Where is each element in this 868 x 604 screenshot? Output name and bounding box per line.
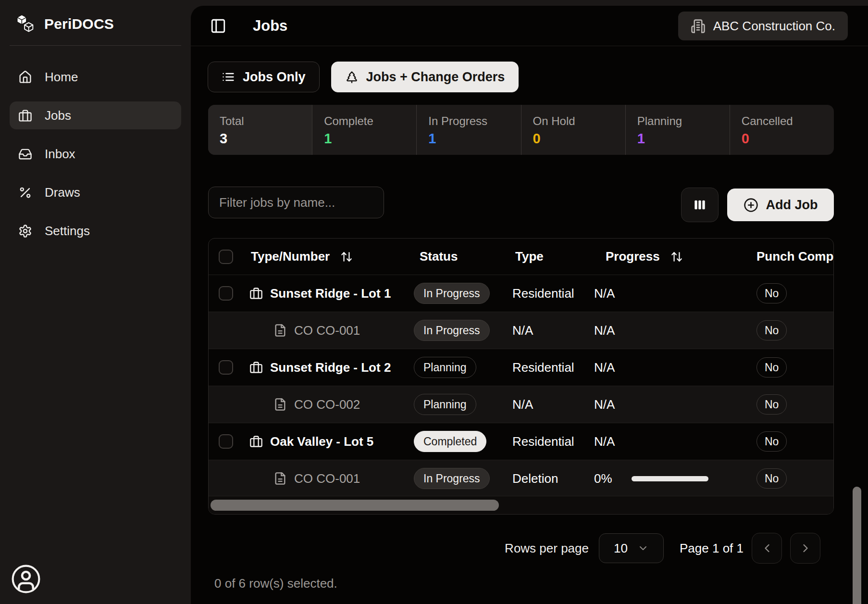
jobs-table: Type/Number Status Type Progress Punch C…	[208, 238, 834, 515]
stat-value: 0	[742, 131, 834, 147]
sidebar-item-inbox[interactable]: Inbox	[10, 140, 181, 168]
panel-left-icon	[210, 18, 226, 34]
add-job-button[interactable]: Add Job	[727, 189, 834, 221]
table-row-change-order-2[interactable]: CO CO-002 Planning N/A N/A No	[209, 386, 833, 423]
peridocs-logo-icon	[14, 13, 37, 35]
stat-total[interactable]: Total 3	[208, 105, 312, 155]
jobs-change-orders-toggle[interactable]: Jobs + Change Orders	[331, 62, 519, 92]
sidebar: PeriDOCS Home Jobs Inbox Draws Settings	[0, 0, 191, 604]
sidebar-item-jobs[interactable]: Jobs	[10, 101, 181, 129]
briefcase-icon	[249, 361, 263, 374]
sort-type-number-button[interactable]	[340, 251, 353, 263]
stat-complete[interactable]: Complete 1	[312, 105, 416, 155]
header-punch-complete: Punch Complete	[753, 249, 834, 264]
stat-value: 1	[324, 131, 416, 147]
table-row-job-3[interactable]: Oak Valley - Lot 5 Completed Residential…	[209, 423, 833, 460]
progress-value: N/A	[594, 323, 615, 338]
job-type: Residential	[508, 360, 594, 375]
change-order-name: CO CO-001	[294, 323, 360, 338]
progress-value: N/A	[594, 397, 615, 412]
vertical-scrollbar-thumb[interactable]	[853, 487, 861, 604]
status-badge: In Progress	[414, 320, 490, 341]
briefcase-icon	[18, 109, 32, 123]
jobs-only-label: Jobs Only	[243, 70, 306, 85]
status-badge: Completed	[414, 431, 486, 452]
column-visibility-button[interactable]	[681, 188, 719, 222]
columns-icon	[692, 197, 707, 213]
chevron-left-icon	[760, 541, 774, 555]
change-order-name: CO CO-002	[294, 397, 360, 412]
progress-value: N/A	[594, 434, 615, 449]
status-badge: Planning	[414, 357, 476, 378]
header-progress: Progress	[606, 249, 660, 264]
table-toolbar: Add Job	[208, 185, 834, 220]
next-page-button[interactable]	[790, 533, 820, 564]
stat-label: Cancelled	[742, 114, 834, 128]
view-toggle-group: Jobs Only Jobs + Change Orders	[208, 62, 519, 92]
table-row-change-order-1[interactable]: CO CO-001 In Progress N/A N/A No	[209, 312, 833, 349]
sidebar-item-label: Inbox	[45, 147, 75, 162]
stat-label: On Hold	[533, 114, 625, 128]
add-job-label: Add Job	[766, 198, 818, 213]
user-avatar[interactable]	[11, 564, 41, 594]
select-all-checkbox[interactable]	[219, 250, 233, 264]
stat-label: Total	[220, 114, 312, 128]
stat-label: Planning	[637, 114, 730, 128]
stat-planning[interactable]: Planning 1	[625, 105, 730, 155]
punch-badge: No	[756, 394, 787, 415]
sort-arrows-icon	[340, 251, 353, 263]
sort-progress-button[interactable]	[670, 251, 683, 263]
change-order-name: CO CO-001	[294, 471, 360, 486]
brand-logo-row: PeriDOCS	[0, 0, 191, 37]
page-size-select[interactable]: 10	[599, 533, 664, 563]
row-checkbox[interactable]	[219, 434, 233, 449]
stat-on-hold[interactable]: On Hold 0	[521, 105, 625, 155]
sidebar-toggle-button[interactable]	[208, 15, 229, 37]
plus-circle-icon	[744, 198, 758, 213]
page-size-value: 10	[614, 541, 628, 556]
sidebar-item-settings[interactable]: Settings	[10, 217, 181, 245]
table-row-job-1[interactable]: Sunset Ridge - Lot 1 In Progress Residen…	[209, 275, 833, 312]
status-summary-bar: Total 3 Complete 1 In Progress 1 On Hold…	[208, 105, 834, 155]
header-type: Type	[508, 249, 594, 264]
row-checkbox[interactable]	[219, 286, 233, 301]
row-checkbox[interactable]	[219, 360, 233, 375]
stat-value: 1	[637, 131, 730, 147]
stat-value: 3	[220, 131, 312, 147]
previous-page-button[interactable]	[752, 533, 782, 564]
jobs-only-toggle[interactable]: Jobs Only	[208, 62, 320, 92]
organization-name: ABC Construction Co.	[713, 19, 835, 34]
stat-value: 1	[428, 131, 521, 147]
job-name: Oak Valley - Lot 5	[270, 434, 373, 449]
table-row-change-order-3[interactable]: CO CO-001 In Progress Deletion 0% No	[209, 460, 833, 497]
file-text-icon	[273, 398, 287, 411]
chevron-right-icon	[799, 541, 812, 555]
job-name: Sunset Ridge - Lot 1	[270, 286, 391, 301]
rows-per-page-label: Rows per page	[505, 541, 589, 556]
sidebar-item-draws[interactable]: Draws	[10, 178, 181, 206]
stat-label: Complete	[324, 114, 416, 128]
stat-in-progress[interactable]: In Progress 1	[416, 105, 521, 155]
inbox-icon	[18, 147, 32, 161]
job-type: Residential	[508, 286, 594, 301]
punch-badge: No	[756, 468, 787, 489]
table-header-row: Type/Number Status Type Progress Punch C…	[209, 239, 833, 275]
brand-name: PeriDOCS	[44, 16, 114, 32]
progress-bar	[632, 476, 708, 481]
table-row-job-2[interactable]: Sunset Ridge - Lot 2 Planning Residentia…	[209, 349, 833, 386]
organization-button[interactable]: ABC Construction Co.	[678, 12, 848, 40]
sidebar-item-home[interactable]: Home	[10, 63, 181, 91]
stat-cancelled[interactable]: Cancelled 0	[730, 105, 834, 155]
sort-arrows-icon	[670, 251, 683, 263]
punch-badge: No	[756, 320, 787, 340]
percent-icon	[18, 186, 32, 200]
horizontal-scrollbar-thumb[interactable]	[211, 500, 499, 511]
header-status: Status	[414, 249, 508, 264]
page-info: Page 1 of 1	[680, 541, 744, 556]
jobs-change-orders-label: Jobs + Change Orders	[366, 70, 505, 85]
job-type: N/A	[508, 323, 594, 338]
horizontal-scrollbar-track[interactable]	[209, 496, 833, 514]
status-badge: In Progress	[414, 283, 490, 304]
filter-jobs-input[interactable]	[208, 187, 384, 218]
job-type: N/A	[508, 397, 594, 412]
